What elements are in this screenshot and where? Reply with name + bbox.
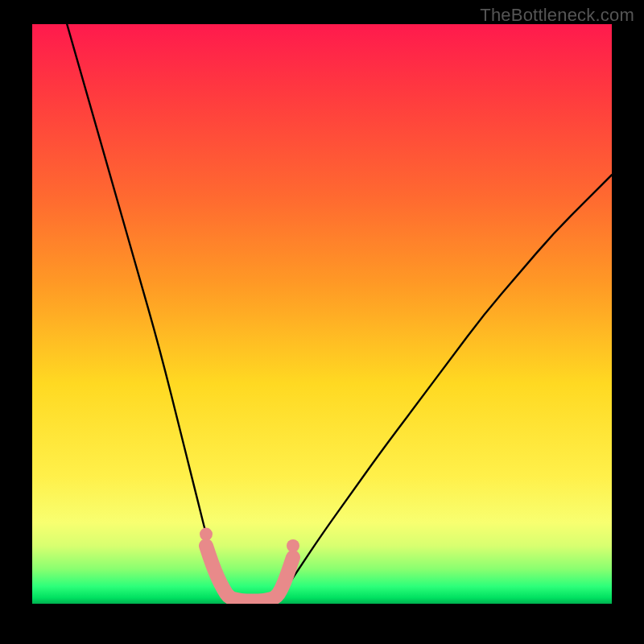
chart-plot-area: [32, 24, 612, 604]
u-marker-path: [206, 546, 293, 601]
u-marker-dot-1: [287, 539, 299, 552]
chart-markers: [200, 528, 299, 601]
chart-curves: [67, 24, 612, 604]
chart-svg: [32, 24, 612, 604]
watermark-text: TheBottleneck.com: [480, 5, 634, 26]
u-marker-dot-0: [200, 528, 213, 541]
bottleneck-curve-right: [275, 175, 612, 604]
bottleneck-curve-left: [67, 24, 235, 604]
